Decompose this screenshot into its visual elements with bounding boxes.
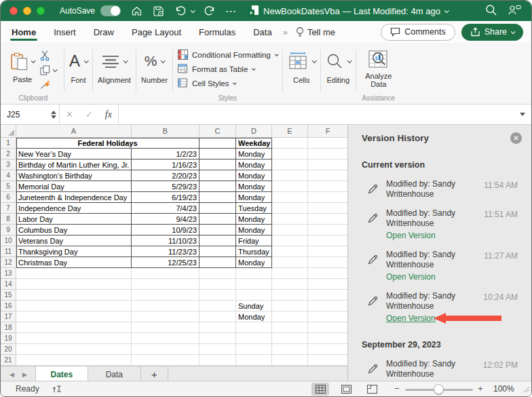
cell[interactable]: Monday [236, 149, 272, 159]
cell[interactable] [200, 214, 236, 225]
formula-bar-expand-icon[interactable] [520, 113, 525, 116]
undo-button[interactable] [174, 5, 194, 16]
home-icon[interactable] [131, 5, 142, 16]
cell[interactable] [308, 257, 347, 268]
cell[interactable] [236, 279, 272, 290]
cell[interactable] [200, 257, 236, 268]
cell[interactable] [272, 149, 308, 159]
sheet-nav-left-icon[interactable]: ◀ [10, 371, 14, 378]
cell[interactable] [16, 290, 132, 301]
tab-page-layout[interactable]: Page Layout [132, 21, 181, 43]
comments-button[interactable]: Comments [381, 24, 455, 41]
tab-draw[interactable]: Draw [94, 21, 114, 43]
cell[interactable] [272, 235, 308, 246]
cell[interactable] [132, 301, 200, 311]
cell[interactable] [308, 344, 347, 355]
cell[interactable]: Sunday [236, 301, 272, 311]
cell[interactable] [308, 311, 347, 322]
cell[interactable] [308, 149, 347, 159]
cell[interactable] [16, 355, 132, 366]
cell[interactable] [16, 322, 132, 333]
column-header-b[interactable]: B [132, 125, 200, 138]
cell[interactable] [236, 344, 272, 355]
cell[interactable] [308, 192, 347, 203]
format-painter-button[interactable] [40, 79, 56, 90]
cell[interactable] [132, 290, 200, 301]
insert-function-icon[interactable]: fx [105, 109, 112, 120]
select-all-corner[interactable] [1, 125, 16, 138]
cell[interactable]: Monday [236, 181, 272, 192]
close-window-button[interactable] [10, 7, 18, 15]
cell[interactable] [308, 170, 347, 181]
cell[interactable] [200, 311, 236, 322]
cell[interactable] [272, 311, 308, 322]
open-version-link[interactable]: Open Version [386, 231, 436, 240]
cell[interactable] [272, 192, 308, 203]
cell[interactable]: Weekday [236, 138, 272, 149]
cell[interactable] [200, 301, 236, 311]
column-header-f[interactable]: F [308, 125, 347, 138]
cell[interactable] [272, 170, 308, 181]
cell[interactable]: 12/25/23 [132, 257, 200, 268]
cell[interactable] [308, 214, 347, 225]
cell[interactable]: Thanksgiving Day [16, 246, 132, 257]
normal-view-button[interactable] [311, 383, 329, 396]
cell[interactable]: 11/23/23 [132, 246, 200, 257]
cell[interactable] [200, 235, 236, 246]
column-header-a[interactable]: A [16, 125, 132, 138]
row-header[interactable]: 17 [1, 311, 16, 322]
cell[interactable]: 10/9/23 [132, 225, 200, 235]
copy-button[interactable] [40, 64, 56, 75]
search-icon[interactable] [485, 4, 497, 18]
row-header[interactable]: 19 [1, 333, 16, 344]
cell[interactable] [132, 268, 200, 279]
cell[interactable]: 5/29/23 [132, 181, 200, 192]
save-icon[interactable] [153, 5, 164, 17]
cell[interactable]: Friday [236, 235, 272, 246]
stepper-down-icon[interactable] [51, 115, 56, 119]
cell[interactable] [200, 290, 236, 301]
alignment-button[interactable]: Alignment [98, 48, 131, 84]
cell[interactable] [308, 333, 347, 344]
cell[interactable]: Veterans Day [16, 235, 132, 246]
row-header[interactable]: 13 [1, 268, 16, 279]
tab-home[interactable]: Home [12, 21, 36, 43]
cell[interactable] [272, 203, 308, 214]
cell[interactable] [272, 159, 308, 170]
conditional-formatting-button[interactable]: Conditional Formatting [178, 50, 278, 60]
open-version-link[interactable]: Open Version [386, 272, 436, 282]
cell[interactable] [16, 279, 132, 290]
add-sheet-button[interactable]: + [141, 366, 168, 382]
cell[interactable]: 11/10/23 [132, 235, 200, 246]
cell[interactable] [308, 268, 347, 279]
stepper-up-icon[interactable] [51, 111, 56, 114]
cell[interactable] [200, 344, 236, 355]
zoom-in-button[interactable]: + [478, 383, 483, 394]
cell[interactable]: Monday [236, 311, 272, 322]
cell[interactable]: Independence Day [16, 203, 132, 214]
cell[interactable]: Monday [236, 170, 272, 181]
cell[interactable] [236, 333, 272, 344]
page-break-view-button[interactable] [363, 383, 381, 396]
sheet-tab-data[interactable]: Data [88, 366, 141, 382]
cell-title-merged[interactable]: Federal Holidays [16, 138, 200, 149]
cell[interactable]: Labor Day [16, 214, 132, 225]
tab-data[interactable]: Data [253, 21, 271, 43]
redo-button[interactable] [204, 5, 216, 16]
resize-grip[interactable] [523, 385, 530, 395]
cell[interactable] [308, 279, 347, 290]
row-header[interactable]: 11 [1, 246, 16, 257]
cancel-icon[interactable]: ✕ [66, 109, 73, 119]
column-header-c[interactable]: C [200, 125, 236, 138]
cell[interactable] [200, 138, 236, 149]
font-button[interactable]: A Font [69, 48, 88, 84]
tell-me-button[interactable]: Tell me [296, 26, 335, 37]
cell[interactable] [200, 322, 236, 333]
cell[interactable] [308, 301, 347, 311]
row-header[interactable]: 16 [1, 301, 16, 311]
cell[interactable]: Monday [236, 159, 272, 170]
autosave-toggle[interactable] [100, 5, 121, 16]
cell[interactable] [308, 246, 347, 257]
cell[interactable]: Monday [236, 214, 272, 225]
cell[interactable]: Thursday [236, 246, 272, 257]
